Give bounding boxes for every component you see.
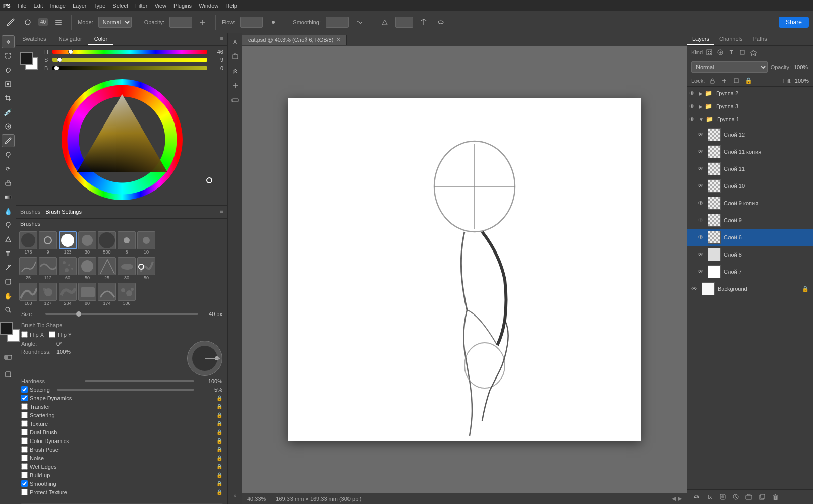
layer-group-3[interactable]: 👁 ▶ 📁 Группа 3 [687,100,813,113]
lasso-tool[interactable] [2,64,15,77]
wet-edges-checkbox-label[interactable]: Wet Edges [21,463,57,470]
strip-tool-2[interactable] [228,50,242,63]
lock-position-btn[interactable] [720,76,729,85]
clone-stamp-tool[interactable] [2,148,15,161]
size-slider[interactable] [45,313,198,315]
menu-help[interactable]: Help [225,3,237,9]
layer-11-copy[interactable]: 👁 Слой 11 копия [687,143,813,160]
transfer-checkbox[interactable] [21,403,28,410]
smoothing-settings-icon[interactable] [353,16,366,29]
scattering-checkbox-label[interactable]: Scattering [21,412,55,418]
status-arrow-right[interactable]: ▶ [678,495,682,502]
transfer-checkbox-label[interactable]: Transfer [21,403,50,410]
strip-tool-4[interactable] [228,79,242,92]
brush-tool[interactable] [2,134,15,147]
filter-pixel-icon[interactable] [705,48,714,57]
brush-preset-100[interactable]: 100 [19,283,37,306]
paths-tab[interactable]: Paths [748,33,772,45]
pen-tool[interactable] [2,233,15,246]
brush-preset-80[interactable]: 80 [78,283,96,306]
menu-plugins[interactable]: Plugins [173,3,192,9]
background-vis[interactable]: 👁 [691,285,699,292]
layer-9-copy[interactable]: 👁 Слой 9 копия [687,195,813,212]
menu-image[interactable]: Image [50,3,66,9]
brush-preset-123[interactable]: 123 [59,231,77,255]
mode-select[interactable]: Normal [98,17,132,28]
shape-tool[interactable] [2,275,15,288]
brush-settings-icon[interactable] [52,16,65,29]
flip-y-checkbox[interactable] [49,331,55,338]
brush-preset-174[interactable]: 174 [98,283,116,306]
brush-preset-spatter[interactable]: 60 [59,257,77,280]
quick-mask-tool[interactable] [2,351,15,364]
layer11copy-vis[interactable]: 👁 [698,148,705,155]
texture-checkbox[interactable] [21,420,28,427]
color-dynamics-checkbox[interactable] [21,437,28,444]
buildup-checkbox-label[interactable]: Build-up [21,472,50,478]
hand-tool[interactable]: ✋ [2,289,15,302]
symmetry-icon[interactable] [417,16,430,29]
strip-tool-5[interactable] [228,94,242,107]
layer10-vis[interactable]: 👁 [698,182,705,190]
foreground-color[interactable] [0,322,13,335]
status-arrow-left[interactable]: ◀ [672,495,676,502]
brush-preset-25b[interactable]: 25 [98,257,116,280]
color-tab[interactable]: Color [88,33,113,45]
hardness-slider[interactable] [85,380,194,382]
layer-12[interactable]: 👁 Слой 12 [687,126,813,143]
layer-visibility-gruppo2[interactable]: 👁 [689,90,696,96]
zoom-tool[interactable] [2,303,15,317]
layer-group-2[interactable]: 👁 ▶ 📁 Группа 2 [687,87,813,100]
angle-icon[interactable] [378,16,391,29]
airbrush-icon[interactable] [267,16,280,29]
hue-slider[interactable] [52,50,207,54]
protect-texture-checkbox[interactable] [21,489,28,495]
color-dynamics-checkbox-label[interactable]: Color Dynamics [21,437,69,444]
noise-checkbox-label[interactable]: Noise [21,455,44,461]
brushes-tab[interactable]: Brushes [20,208,40,216]
layer-adjustment-btn[interactable] [731,492,741,502]
layer-visibility-group1[interactable]: 👁 [689,116,696,122]
menu-layer[interactable]: Layer [73,3,87,9]
brush-preset-284[interactable]: 284 [59,283,77,306]
dual-brush-checkbox[interactable] [21,429,28,435]
eraser-tool[interactable] [2,176,15,190]
lock-all-btn[interactable]: 🔒 [744,76,753,85]
dodge-tool[interactable] [2,219,15,232]
menu-type[interactable]: Type [94,3,106,9]
brush-preset-50b[interactable]: 50 [137,257,155,280]
layer-group-btn[interactable] [744,492,754,502]
flip-y-label[interactable]: Flip Y [49,331,72,338]
layer-7[interactable]: 👁 Слой 7 [687,263,813,280]
noise-checkbox[interactable] [21,455,28,461]
path-select-tool[interactable] [2,261,15,274]
object-select-tool[interactable] [2,78,15,91]
canvas-viewport[interactable] [242,46,687,493]
layer-fx-btn[interactable]: fx [705,492,715,502]
gradient-tool[interactable] [2,191,15,204]
blend-mode-select[interactable]: Normal [691,61,768,73]
brush-tool-icon[interactable] [4,16,17,29]
lock-pixels-btn[interactable] [708,76,717,85]
scattering-checkbox[interactable] [21,412,28,418]
delete-layer-btn[interactable]: 🗑 [770,492,780,502]
brush-preset-30b[interactable]: 30 [118,257,136,280]
link-layers-btn[interactable] [691,492,702,502]
crop-tool[interactable] [2,92,15,105]
strip-tool-3[interactable] [228,65,242,78]
flip-x-label[interactable]: Flip X [21,331,44,338]
spacing-checkbox-label[interactable]: Spacing [21,386,50,393]
layer8-vis[interactable]: 👁 [698,251,705,258]
layer6-vis[interactable]: 👁 [698,234,705,241]
history-brush-tool[interactable]: ⟳ [2,162,15,175]
move-tool[interactable]: ✥ [2,35,15,48]
shape-dynamics-checkbox[interactable] [21,395,28,401]
spacing-checkbox[interactable] [21,386,28,393]
channels-tab[interactable]: Channels [714,33,747,45]
layer-9[interactable]: 👁 Слой 9 [687,212,813,229]
filter-smart-icon[interactable] [749,48,758,57]
strip-tool-1[interactable]: A [228,35,242,48]
angle-input[interactable]: 0° [395,17,413,28]
pressure-icon[interactable] [434,16,447,29]
saturation-slider[interactable] [52,58,207,62]
